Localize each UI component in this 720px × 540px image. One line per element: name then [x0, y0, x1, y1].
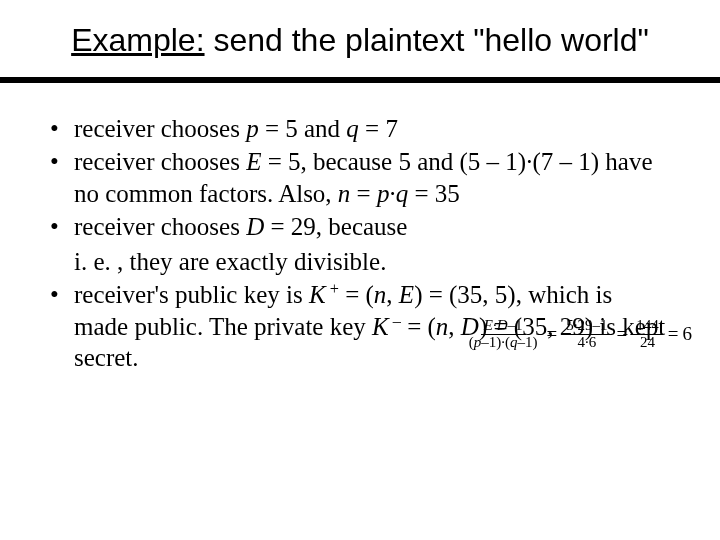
fraction-1: E·D–1 (p–1)·(q–1): [466, 318, 541, 351]
equals: =: [547, 323, 558, 345]
text: –1): [518, 334, 538, 350]
var-p: p: [377, 180, 390, 207]
text: receiver's public key is: [74, 281, 309, 308]
text: = (: [339, 281, 374, 308]
text: receiver chooses: [74, 148, 246, 175]
equals: =: [617, 323, 628, 345]
var-E: E: [399, 281, 414, 308]
title-rest: send the plaintext "hello world": [205, 22, 649, 58]
slide-title: Example: send the plaintext "hello world…: [0, 0, 720, 69]
var-q: q: [396, 180, 409, 207]
text: = 5 and: [259, 115, 347, 142]
var-q: q: [346, 115, 359, 142]
bullet-2: receiver chooses E = 5, because 5 and (5…: [48, 146, 672, 209]
var-n: n: [338, 180, 351, 207]
bullet-1: receiver chooses p = 5 and q = 7: [48, 113, 672, 144]
frac2-num: 5·29–1: [563, 318, 610, 335]
var-K: K: [372, 313, 389, 340]
frac3-num: 144: [633, 318, 662, 335]
fraction-3: 144 24: [633, 318, 662, 351]
text: –1: [508, 317, 523, 333]
text: receiver chooses: [74, 115, 246, 142]
formula: E·D–1 (p–1)·(q–1) = 5·29–1 4·6 = 144 24 …: [464, 318, 692, 351]
var-K: K: [309, 281, 326, 308]
frac3-den: 24: [637, 335, 658, 351]
frac1-den: (p–1)·(q–1): [466, 335, 541, 351]
formula-result: 6: [683, 323, 693, 345]
var-D: D: [246, 213, 264, 240]
text: = (: [401, 313, 436, 340]
title-prefix: Example:: [71, 22, 204, 58]
frac1-num: E·D–1: [481, 318, 526, 335]
text: ,: [386, 281, 399, 308]
text: = 29, because: [264, 213, 407, 240]
var-E: E: [484, 317, 493, 333]
text: ,: [448, 313, 461, 340]
var-n: n: [436, 313, 449, 340]
sup-plus: +: [326, 280, 339, 298]
text: = 7: [359, 115, 398, 142]
bullet-3: receiver chooses D = 29, because: [48, 211, 672, 242]
slide: Example: send the plaintext "hello world…: [0, 0, 720, 540]
bullet-list: receiver chooses p = 5 and q = 7 receive…: [48, 113, 672, 242]
text: = 35: [408, 180, 460, 207]
var-n: n: [374, 281, 387, 308]
text: receiver chooses: [74, 213, 246, 240]
text: –1)·(: [481, 334, 510, 350]
var-q: q: [510, 334, 518, 350]
sub-line: i. e. , they are exactly divisible.: [48, 246, 672, 277]
frac2-den: 4·6: [575, 335, 600, 351]
fraction-2: 5·29–1 4·6: [563, 318, 610, 351]
var-D: D: [497, 317, 508, 333]
equals: =: [668, 323, 679, 345]
var-E: E: [246, 148, 261, 175]
var-p: p: [246, 115, 259, 142]
text: =: [350, 180, 377, 207]
sup-minus: –: [389, 311, 401, 329]
